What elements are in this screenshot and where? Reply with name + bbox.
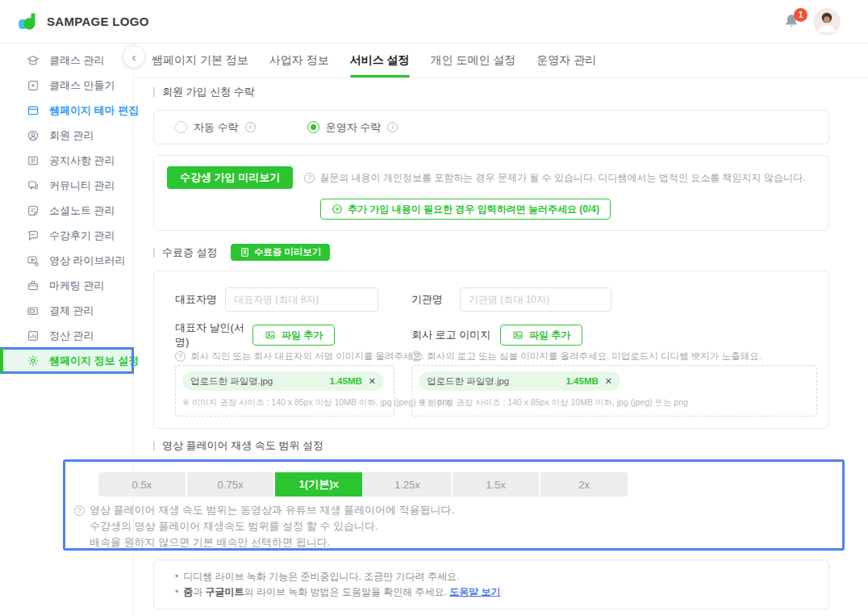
- tab-label: 운영자 관리: [536, 53, 596, 68]
- radio-admin-approve[interactable]: 운영자 수락 i: [307, 120, 399, 135]
- sidebar-item-theme-edit[interactable]: 쌤페이지 테마 편집: [0, 98, 133, 123]
- radio-checked-icon[interactable]: [307, 121, 319, 133]
- add-file-label: 파일 추가: [282, 329, 323, 342]
- organization-name-input[interactable]: [460, 287, 611, 312]
- sidebar-item-settlement[interactable]: 정산 관리: [0, 323, 133, 348]
- speed-option-15x[interactable]: 1.5x: [453, 472, 540, 497]
- info-icon[interactable]: i: [387, 122, 398, 132]
- sidebar-item-video-library[interactable]: 영상 라이브러리: [0, 248, 133, 273]
- radio-auto-approve[interactable]: 자동 수락 i: [175, 120, 256, 135]
- image-size-note: ※ 이미지 권장 사이즈 : 140 x 85px 이상 10MB 이하, jp…: [182, 397, 387, 409]
- chevron-left-icon: ‹: [132, 50, 136, 64]
- speed-option-075x[interactable]: 0.75x: [187, 472, 274, 497]
- sidebar-item-social-notes[interactable]: 소셜노트 관리: [0, 198, 133, 223]
- user-circle-icon: [27, 129, 40, 142]
- signup-privacy-hint: 질문의 내용이 개인정보를 포함하는 경우 문제가 될 수 있습니다. 디디쌤에…: [319, 171, 805, 185]
- sidebar-item-label: 클래스 관리: [49, 53, 105, 68]
- sidebar-item-reviews[interactable]: 수강후기 관리: [0, 223, 133, 248]
- representative-name-input[interactable]: [225, 287, 378, 312]
- video-library-icon: [27, 254, 40, 267]
- tab-label: 개인 도메인 설정: [431, 53, 516, 68]
- live-recording-notice-card: •디디쌤 라이브 녹화 기능은 준비중입니다. 조금만 기다려 주세요. •줌과…: [153, 559, 829, 610]
- google-meet-text: 구글미트: [206, 586, 244, 597]
- seal-add-file-button[interactable]: 파일 추가: [252, 325, 335, 346]
- info-icon[interactable]: i: [245, 122, 256, 132]
- live-notice-line1: •디디쌤 라이브 녹화 기능은 준비중입니다. 조금만 기다려 주세요.: [175, 569, 812, 585]
- uploaded-file-name: 업로드한 파일명.jpg: [190, 375, 273, 388]
- uploaded-file-size: 1.45MB: [330, 376, 362, 386]
- newspaper-icon: [27, 154, 40, 167]
- section-title-certificate: 수료증 설정: [153, 245, 218, 260]
- plus-circle-icon: [332, 203, 343, 215]
- speed-desc-line2: 수강생의 영상 플레이어 재생속도 범위를 설정 할 수 있습니다.: [74, 518, 842, 534]
- remove-file-icon[interactable]: ✕: [605, 376, 612, 387]
- collapse-sidebar-button[interactable]: ‹: [123, 45, 145, 68]
- comment-icon: [27, 229, 40, 242]
- sidebar-item-label: 클래스 만들기: [49, 78, 115, 93]
- logo-upload-dropzone[interactable]: 업로드한 파일명.jpg 1.45MB ✕ ※ 이미지 권장 사이즈 : 140…: [411, 365, 817, 417]
- certificate-preview-label: 수료증 미리보기: [254, 246, 322, 258]
- sidebar-item-label: 영상 라이브러리: [49, 254, 126, 268]
- logo[interactable]: SAMPAGE LOGO: [18, 11, 149, 32]
- question-icon: ?: [175, 351, 186, 362]
- graduation-cap-icon: [27, 54, 40, 67]
- app-header: SAMPAGE LOGO 1: [0, 0, 868, 44]
- sidebar-item-community[interactable]: 커뮤니티 관리: [0, 173, 133, 198]
- avatar[interactable]: [813, 8, 841, 36]
- sidebar-item-page-info-settings[interactable]: 쌤페이지 정보 설정: [0, 348, 133, 373]
- seal-signature-label: 대표자 날인(서명): [175, 321, 252, 350]
- radio-label: 운영자 수락: [326, 120, 382, 135]
- tab-basic-info[interactable]: 쌤페이지 기본 정보: [152, 44, 248, 78]
- speed-option-125x[interactable]: 1.25x: [364, 472, 451, 497]
- tab-domain-settings[interactable]: 개인 도메인 설정: [431, 44, 516, 78]
- tab-label: 서비스 설정: [350, 53, 410, 68]
- uploaded-file-size: 1.45MB: [566, 376, 599, 386]
- sidebar-item-label: 소셜노트 관리: [49, 203, 115, 218]
- remove-file-icon[interactable]: ✕: [369, 376, 376, 387]
- sidebar-item-label: 마케팅 관리: [49, 279, 105, 293]
- question-icon: ?: [304, 173, 315, 183]
- sidebar-item-label: 결제 관리: [49, 304, 94, 318]
- sidebar-item-label: 커뮤니티 관리: [49, 178, 115, 193]
- section-title-signup: 회원 가입 신청 수락: [153, 85, 829, 99]
- logo-icon: [18, 11, 39, 32]
- logo-add-file-button[interactable]: 파일 추가: [500, 325, 582, 346]
- add-signup-fields-button[interactable]: 추가 가입 내용이 필요한 경우 입력하려면 눌러주세요 (0/4): [320, 199, 611, 220]
- sidebar-item-payments[interactable]: 결제 관리: [0, 298, 133, 323]
- tab-operator-manage[interactable]: 운영자 관리: [536, 44, 596, 78]
- avatar-image: [813, 8, 841, 36]
- company-logo-label: 회사 로고 이미지: [411, 328, 500, 342]
- uploaded-file-chip: 업로드한 파일명.jpg 1.45MB ✕: [419, 371, 620, 391]
- note-icon: [27, 204, 40, 217]
- help-link[interactable]: 도움말 보기: [449, 586, 500, 597]
- radio-label: 자동 수락: [194, 120, 239, 135]
- speed-option-1x-default[interactable]: 1(기본)x: [275, 472, 362, 497]
- student-signup-preview-button[interactable]: 수강생 가입 미리보기: [167, 166, 293, 189]
- notification-badge: 1: [794, 8, 807, 22]
- speed-desc-line1: 영상 플레이어 재생 속도 범위는 동영상과 유튜브 재생 플레이어에 적용됩니…: [90, 502, 454, 518]
- image-size-note: ※ 이미지 권장 사이즈 : 140 x 85px 이상 10MB 이하, jp…: [419, 397, 810, 409]
- badge-icon: [240, 247, 250, 258]
- sidebar-item-members[interactable]: 회원 관리: [0, 123, 133, 148]
- content-area: 회원 가입 신청 수락 자동 수락 i 운영자 수락 i 수강생 가입 미리보기…: [134, 78, 868, 616]
- section-title-speed: 영상 플레이어 재생 속도 범위 설정: [153, 438, 829, 453]
- sidebar-item-notices[interactable]: 공지사항 관리: [0, 148, 133, 173]
- sidebar-item-marketing[interactable]: 마케팅 관리: [0, 273, 133, 298]
- radio-unchecked-icon[interactable]: [175, 121, 187, 133]
- tab-label: 사업자 정보: [269, 53, 329, 68]
- sidebar-item-class-create[interactable]: 클래스 만들기: [0, 73, 133, 98]
- signup-approval-card: 자동 수락 i 운영자 수락 i: [153, 110, 829, 145]
- tab-service-settings[interactable]: 서비스 설정: [350, 44, 410, 78]
- uploaded-file-name: 업로드한 파일명.jpg: [427, 375, 509, 388]
- signup-preview-card: 수강생 가입 미리보기 ? 질문의 내용이 개인정보를 포함하는 경우 문제가 …: [153, 155, 829, 231]
- notifications-button[interactable]: 1: [782, 12, 802, 31]
- seal-upload-dropzone[interactable]: 업로드한 파일명.jpg 1.45MB ✕ ※ 이미지 권장 사이즈 : 140…: [175, 365, 394, 417]
- certificate-preview-button[interactable]: 수료증 미리보기: [231, 244, 331, 261]
- speed-option-2x[interactable]: 2x: [540, 472, 628, 497]
- question-icon: ?: [74, 505, 85, 516]
- speed-option-05x[interactable]: 0.5x: [98, 472, 186, 497]
- add-signup-fields-label: 추가 가입 내용이 필요한 경우 입력하려면 눌러주세요 (0/4): [348, 203, 599, 216]
- tab-bar: 쌤페이지 기본 정보 사업자 정보 서비스 설정 개인 도메인 설정 운영자 관…: [134, 44, 868, 78]
- sidebar-item-class-manage[interactable]: 클래스 관리: [0, 48, 133, 73]
- tab-business-info[interactable]: 사업자 정보: [269, 44, 329, 78]
